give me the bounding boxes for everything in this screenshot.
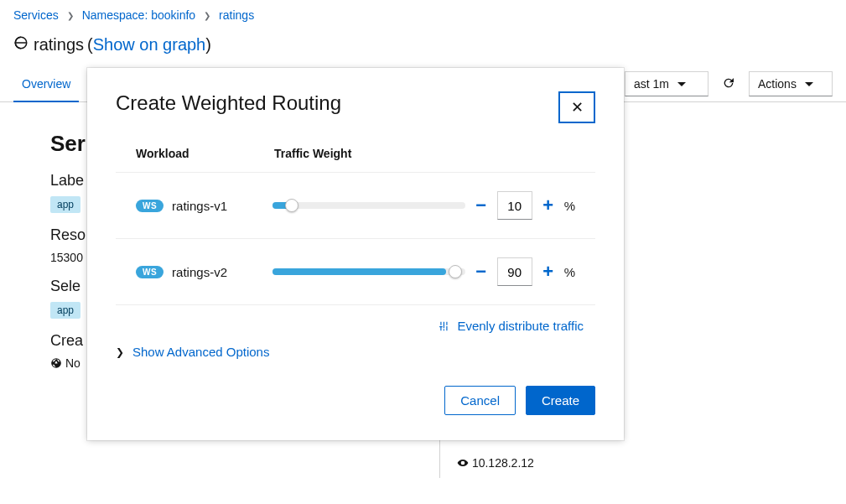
slider-thumb[interactable] <box>449 265 462 278</box>
create-weighted-routing-modal: Create Weighted Routing ✕ Workload Traff… <box>87 68 624 440</box>
percent-label: % <box>564 199 575 213</box>
weight-input[interactable] <box>497 257 532 286</box>
decrement-button[interactable]: − <box>474 196 489 215</box>
cancel-button[interactable]: Cancel <box>444 386 516 415</box>
workload-row: WS ratings-v2 − + % <box>116 239 595 305</box>
ws-badge: WS <box>136 200 163 212</box>
sliders-icon <box>439 320 450 332</box>
evenly-label: Evenly distribute traffic <box>457 319 584 333</box>
decrement-button[interactable]: − <box>474 262 489 281</box>
col-weight-label: Traffic Weight <box>274 147 575 160</box>
increment-button[interactable]: + <box>541 196 556 215</box>
modal-title: Create Weighted Routing <box>116 91 341 115</box>
ws-badge: WS <box>136 266 163 278</box>
percent-label: % <box>564 265 575 279</box>
workload-name: ratings-v1 <box>172 199 227 213</box>
weight-slider[interactable] <box>272 202 465 209</box>
show-advanced-options-link[interactable]: Show Advanced Options <box>132 345 269 359</box>
modal-close-button[interactable]: ✕ <box>558 91 595 123</box>
col-workload-label: Workload <box>136 147 274 160</box>
slider-thumb[interactable] <box>285 199 298 212</box>
weight-slider[interactable] <box>272 268 465 275</box>
increment-button[interactable]: + <box>541 262 556 281</box>
weight-input[interactable] <box>497 191 532 220</box>
create-button[interactable]: Create <box>526 386 595 415</box>
workload-name: ratings-v2 <box>172 265 227 279</box>
chevron-right-icon: ❯ <box>116 346 124 358</box>
evenly-distribute-link[interactable]: Evenly distribute traffic <box>439 319 584 333</box>
close-icon: ✕ <box>571 98 584 117</box>
table-header: Workload Traffic Weight <box>116 147 595 173</box>
workload-row: WS ratings-v1 − + % <box>116 173 595 239</box>
